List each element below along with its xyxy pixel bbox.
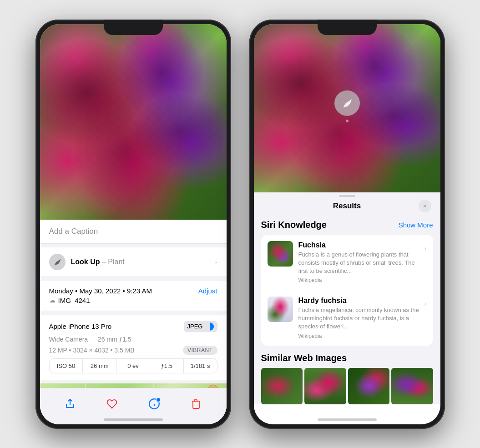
exif-iso: ISO 50 <box>50 359 83 373</box>
trash-button[interactable] <box>186 394 206 414</box>
fuchsia-thumb-bg <box>268 241 293 267</box>
hardy-chevron: › <box>424 300 427 307</box>
left-phone: Add a Caption Look Up – Plant › <box>35 20 231 429</box>
exif-aperture: ƒ1.5 <box>150 359 184 373</box>
mp-text: 12 MP • 3024 × 4032 • 3.5 MB <box>49 347 135 354</box>
lookup-chevron: › <box>215 258 217 266</box>
adjust-link[interactable]: Adjust <box>198 287 217 295</box>
siri-knowledge-title: Siri Knowledge <box>261 220 327 230</box>
right-phone: Results × Siri Knowledge Show More <box>249 20 445 429</box>
info-button[interactable] <box>144 394 164 414</box>
siri-leaf-icon <box>342 97 353 108</box>
exif-row: ISO 50 26 mm 0 ev ƒ1.5 1/181 s <box>49 358 217 373</box>
fuchsia-thumbnail <box>268 241 293 267</box>
photo-area-right[interactable] <box>254 24 440 192</box>
similar-image-3[interactable] <box>348 368 390 404</box>
fuchsia-name: Fuchsia <box>298 241 419 249</box>
date-text: Monday • May 30, 2022 • 9:23 AM <box>49 287 152 295</box>
caption-placeholder: Add a Caption <box>49 227 98 236</box>
camera-section: Apple iPhone 13 Pro JPEG Wide Camera — 2… <box>40 315 227 380</box>
right-phone-inner: Results × Siri Knowledge Show More <box>254 24 440 424</box>
heart-button[interactable] <box>102 394 122 414</box>
similar-images <box>261 368 433 404</box>
share-icon <box>65 398 76 409</box>
results-title: Results <box>276 201 419 211</box>
share-button[interactable] <box>60 394 80 414</box>
exif-shutter: 1/181 s <box>184 359 217 373</box>
hardy-thumbnail <box>268 297 293 322</box>
siri-dot <box>346 119 349 122</box>
fuchsia-source: Wikipedia <box>298 277 419 283</box>
show-more-button[interactable]: Show More <box>399 221 433 229</box>
home-indicator-right <box>318 418 377 421</box>
heart-icon <box>106 398 117 409</box>
fuchsia-desc: Fuchsia is a genus of flowering plants t… <box>298 251 419 276</box>
camera-model: Apple iPhone 13 Pro <box>49 322 112 330</box>
results-handle[interactable] <box>339 195 355 197</box>
exif-ev: 0 ev <box>116 359 150 373</box>
similar-image-1[interactable] <box>261 368 303 404</box>
leaf-icon <box>53 258 61 266</box>
left-phone-inner: Add a Caption Look Up – Plant › <box>40 24 227 424</box>
close-button[interactable]: × <box>419 200 431 212</box>
filename: IMG_4241 <box>58 297 90 304</box>
lookup-label: Look Up – Plant <box>71 258 125 266</box>
cloud-icon: ☁ <box>49 297 56 304</box>
hardy-source: Wikipedia <box>298 333 419 339</box>
trash-icon <box>191 398 202 409</box>
lookup-icon <box>49 254 66 270</box>
hardy-content: Hardy fuchsia Fuchsia magellanica, commo… <box>298 297 419 339</box>
siri-visual-search-btn[interactable] <box>334 90 360 116</box>
fuchsia-chevron: › <box>424 245 427 252</box>
similar-header: Similar Web Images <box>261 353 433 363</box>
siri-knowledge-section: Siri Knowledge Show More Fuchsia Fuchsia… <box>254 220 440 346</box>
caption-area[interactable]: Add a Caption <box>40 220 227 244</box>
knowledge-card: Fuchsia Fuchsia is a genus of flowering … <box>261 235 433 346</box>
similar-image-4[interactable] <box>391 368 433 404</box>
vibrant-badge: VIBRANT <box>183 346 217 355</box>
fuchsia-content: Fuchsia Fuchsia is a genus of flowering … <box>298 241 419 284</box>
info-badge-dot <box>156 397 161 403</box>
home-indicator-left <box>104 418 163 421</box>
lookup-row[interactable]: Look Up – Plant › <box>40 247 227 277</box>
date-section: Monday • May 30, 2022 • 9:23 AM Adjust ☁… <box>40 281 227 311</box>
knowledge-item-hardy[interactable]: Hardy fuchsia Fuchsia magellanica, commo… <box>261 290 433 346</box>
similar-title: Similar Web Images <box>261 353 347 363</box>
hardy-thumb-bg <box>268 297 293 322</box>
results-panel: Results × Siri Knowledge Show More <box>254 192 440 404</box>
similar-image-2[interactable] <box>304 368 346 404</box>
knowledge-item-fuchsia[interactable]: Fuchsia Fuchsia is a genus of flowering … <box>261 235 433 291</box>
hardy-desc: Fuchsia magellanica, commonly known as t… <box>298 306 419 331</box>
info-badge-container <box>148 398 160 410</box>
section-header: Siri Knowledge Show More <box>261 220 433 230</box>
hardy-name: Hardy fuchsia <box>298 297 419 305</box>
notch-right <box>318 20 377 35</box>
exif-mm: 26 mm <box>83 359 116 373</box>
notch-left <box>104 20 163 35</box>
format-badge: JPEG <box>184 321 217 332</box>
flower-overlay <box>40 24 227 220</box>
format-circle <box>206 322 214 331</box>
photo-area-left[interactable] <box>40 24 227 220</box>
camera-wide: Wide Camera — 26 mm ƒ1.5 <box>49 336 217 343</box>
similar-section: Similar Web Images <box>254 353 440 404</box>
phones-container: Add a Caption Look Up – Plant › <box>35 20 445 429</box>
